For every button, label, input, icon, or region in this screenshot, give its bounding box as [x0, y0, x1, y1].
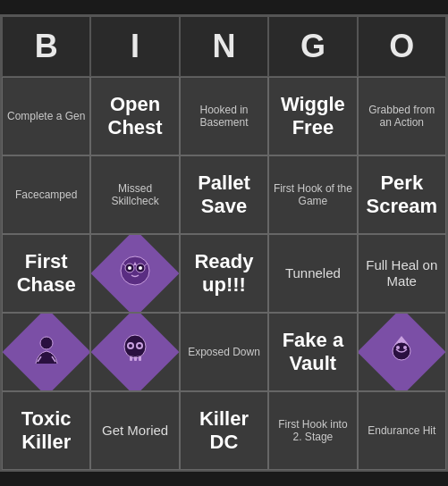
header-o: O: [358, 16, 446, 77]
cell-r1c1[interactable]: Complete a Gen: [2, 77, 90, 155]
bingo-card: B I N G O Complete a Gen Open Chest Hook…: [0, 14, 448, 472]
cell-r2c5[interactable]: Perk Scream: [358, 155, 446, 234]
cell-r4c2[interactable]: [90, 313, 179, 391]
cell-r5c1[interactable]: Toxic Killer: [2, 391, 90, 470]
cell-r5c4[interactable]: First Hook into 2. Stage: [268, 391, 357, 470]
cell-r5c3[interactable]: Killer DC: [180, 391, 268, 470]
cell-r3c4[interactable]: Tunneled: [268, 234, 357, 313]
skull-icon: [117, 331, 153, 367]
cell-r1c5[interactable]: Grabbed from an Action: [358, 77, 446, 155]
bingo-header: B I N G O: [2, 16, 446, 77]
cell-r3c2[interactable]: [90, 234, 179, 313]
perk-special-icon: [384, 331, 419, 367]
perk-icon-1: [95, 239, 174, 308]
header-n: N: [180, 16, 268, 77]
cell-r3c5[interactable]: Full Heal on Mate: [358, 234, 446, 313]
perk-icon-3: [95, 317, 174, 387]
cell-r1c4[interactable]: Wiggle Free: [268, 77, 357, 155]
cell-r4c1[interactable]: [2, 313, 90, 391]
header-g: G: [268, 16, 357, 77]
cell-r2c4[interactable]: First Hook of the Game: [268, 155, 357, 234]
cell-r1c2[interactable]: Open Chest: [90, 77, 179, 155]
svg-point-19: [393, 342, 410, 360]
character-icon: [29, 331, 64, 367]
header-i: I: [90, 16, 179, 77]
perk-icon-4: [362, 317, 442, 387]
cell-r3c1[interactable]: First Chase: [2, 234, 90, 313]
cell-r5c5[interactable]: Endurance Hit: [358, 391, 446, 470]
cell-r3c3[interactable]: Ready up!!!: [180, 234, 268, 313]
bingo-grid: Complete a Gen Open Chest Hooked in Base…: [2, 77, 446, 470]
cell-r4c5[interactable]: [358, 313, 446, 391]
cell-r1c3[interactable]: Hooked in Basement: [180, 77, 268, 155]
cell-r5c2[interactable]: Get Moried: [90, 391, 179, 470]
perk-icon-2: [6, 317, 86, 387]
svg-point-8: [40, 337, 53, 349]
cell-r2c2[interactable]: Missed Skillcheck: [90, 155, 179, 234]
cell-r4c3[interactable]: Exposed Down: [180, 313, 268, 391]
owl-icon: [117, 253, 153, 289]
header-b: B: [2, 16, 90, 77]
cell-r2c3[interactable]: Pallet Save: [180, 155, 268, 234]
svg-point-0: [121, 256, 149, 285]
cell-r4c4[interactable]: Fake a Vault: [268, 313, 357, 391]
cell-r2c1[interactable]: Facecamped: [2, 155, 90, 234]
